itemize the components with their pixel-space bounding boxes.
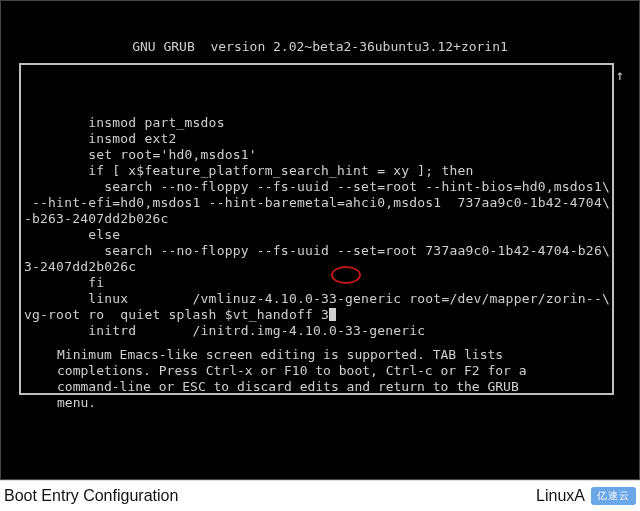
grub-editor-box[interactable]: ↑ insmod part_msdos insmod ext2 set root… <box>19 63 614 395</box>
caption-source: LinuxA <box>536 487 585 505</box>
grub-editor-content[interactable]: insmod part_msdos insmod ext2 set root='… <box>21 113 612 345</box>
provider-logo: 亿速云 <box>591 487 636 505</box>
grub-help-text: Minimum Emacs-like screen editing is sup… <box>57 347 597 411</box>
caption-right-group: LinuxA 亿速云 <box>536 487 636 505</box>
grub-console: GNU GRUB version 2.02~beta2-36ubuntu3.12… <box>0 0 640 480</box>
scroll-up-indicator: ↑ <box>616 67 624 83</box>
caption-title: Boot Entry Configuration <box>4 487 178 505</box>
caption-bar: Boot Entry Configuration LinuxA 亿速云 <box>0 480 640 511</box>
grub-title: GNU GRUB version 2.02~beta2-36ubuntu3.12… <box>1 33 639 55</box>
text-cursor <box>329 308 336 321</box>
